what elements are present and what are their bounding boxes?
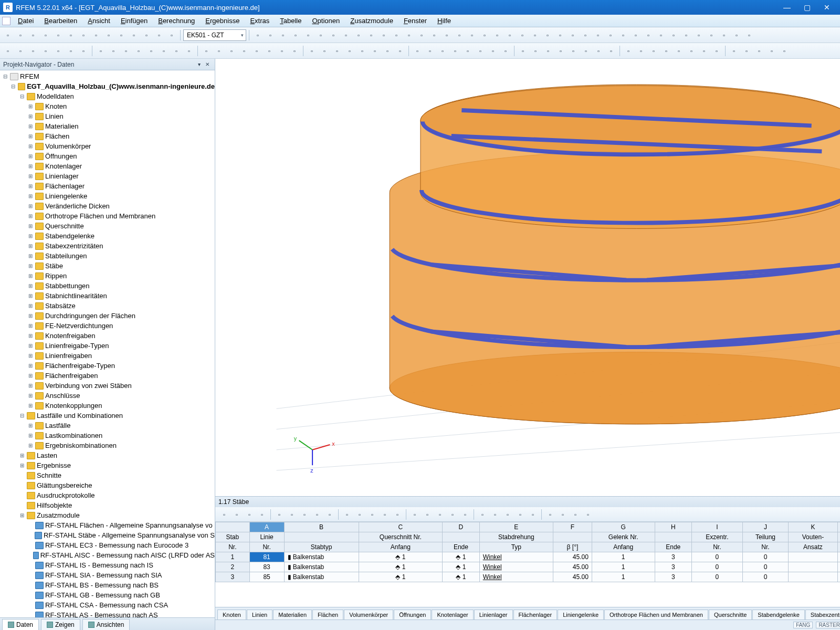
table-toolbar-button[interactable]: ▫ — [489, 509, 501, 520]
tree-node[interactable]: ⊞ Flächenlager — [0, 181, 215, 191]
menu-fenster[interactable]: Fenster — [398, 16, 432, 26]
tree-node[interactable]: RF-STAHL Flächen - Allgemeine Spannungsa… — [0, 520, 215, 530]
toolbar-button[interactable]: ▫ — [441, 29, 453, 41]
toolbar-button[interactable]: ▫ — [378, 29, 390, 41]
tree-node[interactable]: ⊞ Ergebniskombinationen — [0, 440, 215, 450]
status-box[interactable]: FANG — [793, 622, 813, 628]
toolbar-button[interactable]: ▫ — [686, 45, 697, 57]
tree-node[interactable]: ⊞ Verbindung von zwei Stäben — [0, 381, 215, 391]
toolbar-button[interactable]: ▫ — [15, 29, 26, 41]
toolbar-button[interactable]: ▫ — [103, 29, 114, 41]
tree-node[interactable]: RF-STAHL CSA - Bemessung nach CSA — [0, 600, 215, 610]
table-tab[interactable]: Orthotrope Flächen und Membranen — [604, 610, 708, 620]
col-letter[interactable]: D — [443, 522, 479, 532]
maximize-button[interactable]: ▢ — [797, 1, 817, 14]
tree-node[interactable]: ⊞ Stäbe — [0, 261, 215, 271]
toolbar-button[interactable]: ▫ — [593, 45, 604, 57]
tree-node[interactable]: ⊞ Knoten — [0, 101, 215, 111]
table-toolbar-button[interactable]: ▫ — [557, 509, 569, 520]
table-toolbar-button[interactable]: ▫ — [244, 509, 255, 520]
table-tab[interactable]: Öffnungen — [394, 610, 431, 620]
toolbar-button[interactable]: ▫ — [403, 29, 415, 41]
toolbar-button[interactable]: ▫ — [108, 45, 119, 57]
toolbar-button[interactable]: ▫ — [487, 45, 499, 57]
toolbar-button[interactable]: ▫ — [365, 29, 377, 41]
table-tab[interactable]: Volumenkörper — [344, 610, 393, 620]
toolbar-button[interactable]: ▫ — [412, 45, 423, 57]
toolbar-button[interactable]: ▫ — [580, 29, 591, 41]
tree-node[interactable]: ⊞ Knotenfreigaben — [0, 331, 215, 341]
toolbar-button[interactable]: ▫ — [133, 45, 144, 57]
menu-optionen[interactable]: Optionen — [307, 16, 345, 26]
menu-ergebnisse[interactable]: Ergebnisse — [200, 16, 245, 26]
toolbar-button[interactable]: ▫ — [226, 45, 237, 57]
toolbar-button[interactable]: ▫ — [660, 45, 672, 57]
menu-tabelle[interactable]: Tabelle — [275, 16, 307, 26]
menu-extras[interactable]: Extras — [245, 16, 275, 26]
tree-node[interactable]: ⊞ Querschnitte — [0, 221, 215, 231]
toolbar-button[interactable]: ▫ — [711, 45, 722, 57]
loadcase-combo[interactable]: EK501 - GZT — [183, 29, 246, 41]
toolbar-button[interactable]: ▫ — [238, 45, 250, 57]
toolbar-button[interactable]: ▫ — [65, 29, 77, 41]
tree-node[interactable]: ⊞ FE-Netzverdichtungen — [0, 321, 215, 331]
toolbar-button[interactable]: ▫ — [592, 29, 604, 41]
toolbar-button[interactable]: ▫ — [529, 29, 541, 41]
table-toolbar-button[interactable]: ▫ — [477, 509, 488, 520]
navigator-tab-daten[interactable]: Daten — [2, 619, 39, 630]
tree-node[interactable]: ⊞ Materialien — [0, 121, 215, 131]
toolbar-button[interactable]: ▫ — [252, 29, 264, 41]
tree-node[interactable]: ⊞ Öffnungen — [0, 151, 215, 161]
menu-berechnung[interactable]: Berechnung — [153, 16, 200, 26]
col-letter[interactable]: B — [284, 522, 359, 532]
toolbar-button[interactable]: ▫ — [394, 45, 406, 57]
toolbar-button[interactable]: ▫ — [623, 45, 634, 57]
navigator-dropdown-icon[interactable]: ▾ — [195, 60, 203, 69]
tree-node[interactable]: ⊞ Knotenkopplungen — [0, 401, 215, 411]
tree-node[interactable]: ⊞ Linienfreigabe-Typen — [0, 341, 215, 351]
toolbar-button[interactable]: ▫ — [648, 45, 659, 57]
toolbar-button[interactable]: ▫ — [264, 45, 275, 57]
navigator-tab-zeigen[interactable]: Zeigen — [41, 619, 80, 630]
toolbar-button[interactable]: ▫ — [183, 45, 195, 57]
toolbar-button[interactable]: ▫ — [437, 45, 448, 57]
minimize-button[interactable]: — — [777, 1, 797, 14]
toolbar-button[interactable]: ▫ — [52, 29, 64, 41]
toolbar-button[interactable]: ▫ — [78, 45, 89, 57]
tree-node[interactable]: ⊞ Orthotrope Flächen und Membranen — [0, 211, 215, 221]
tree-node[interactable]: ⊞ Stabexzentrizitäten — [0, 241, 215, 251]
model-viewport[interactable]: for(let y=40;y<850;y+=50) for(let x=20;x… — [215, 59, 840, 496]
toolbar-button[interactable]: ▫ — [251, 45, 262, 57]
tree-node[interactable]: Glättungsbereiche — [0, 480, 215, 490]
toolbar-button[interactable]: ▫ — [276, 45, 288, 57]
data-table[interactable]: ABCDEFGHIJKLMNStabLinieQuerschnitt Nr.St… — [215, 522, 840, 582]
tree-node[interactable]: Ausdruckprotokolle — [0, 490, 215, 500]
toolbar-button[interactable]: ▫ — [753, 45, 765, 57]
menu-datei[interactable]: Datei — [13, 16, 39, 26]
table-tab[interactable]: Stabexzentrizitäten — [805, 610, 840, 620]
toolbar-button[interactable]: ▫ — [391, 29, 402, 41]
table-toolbar-button[interactable]: ▫ — [379, 509, 391, 520]
navigator-tab-ansichten[interactable]: Ansichten — [82, 619, 130, 630]
toolbar-button[interactable]: ▫ — [530, 45, 541, 57]
tree-node[interactable]: Schnitte — [0, 470, 215, 480]
tree-node[interactable]: ⊞ Stabbettungen — [0, 281, 215, 291]
tree-node[interactable]: ⊞ Anschlüsse — [0, 391, 215, 401]
table-toolbar-button[interactable]: ▫ — [459, 509, 471, 520]
table-row[interactable]: 2 83 ▮ Balkenstab ⬘ 1⬘ 1 Winkel45.00 130… — [216, 562, 841, 572]
menu-einfügen[interactable]: Einfügen — [116, 16, 153, 26]
tree-node[interactable]: ⊞ Linienfreigaben — [0, 351, 215, 361]
tree-node[interactable]: ⊟ RFEM — [0, 71, 215, 81]
col-letter[interactable]: A — [249, 522, 284, 532]
col-letter[interactable]: G — [592, 522, 655, 532]
toolbar-button[interactable]: ▫ — [517, 29, 528, 41]
toolbar-button[interactable]: ▫ — [95, 45, 107, 57]
toolbar-button[interactable]: ▫ — [153, 29, 165, 41]
tree-node[interactable]: ⊟ EGT_Aquavilla_Holzbau_(C)www.isenmann-… — [0, 81, 215, 91]
tree-node[interactable]: ⊞ Stabnichtlinearitäten — [0, 291, 215, 301]
tree-node[interactable]: RF-STAHL GB - Bemessung nach GB — [0, 590, 215, 600]
toolbar-button[interactable]: ▫ — [128, 29, 140, 41]
toolbar-button[interactable]: ▫ — [201, 45, 212, 57]
tree-node[interactable]: RF-STAHL Stäbe - Allgemeine Spannungsana… — [0, 530, 215, 540]
toolbar-button[interactable]: ▫ — [567, 29, 579, 41]
